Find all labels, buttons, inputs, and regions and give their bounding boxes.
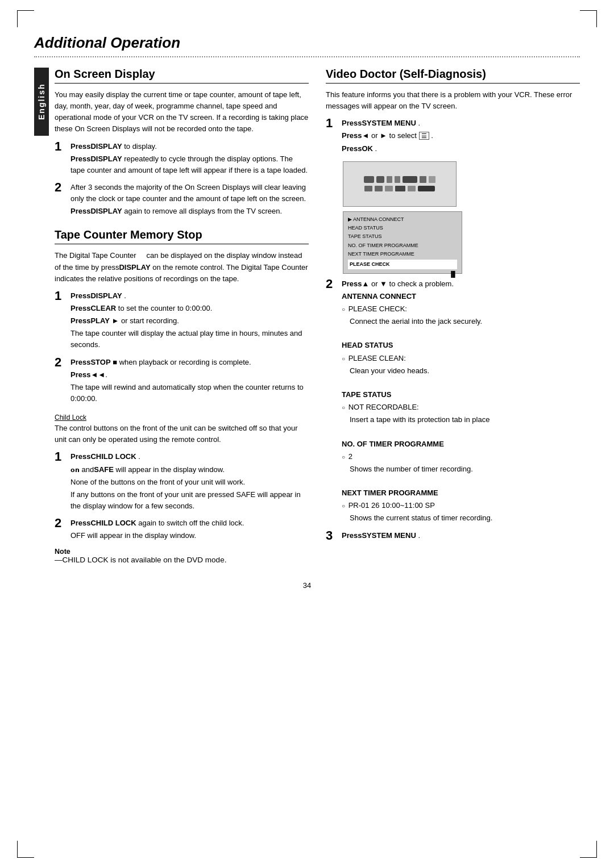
corner-mark-bl-v: [17, 841, 18, 858]
screen-line-4: NO. OF TIMER PROGRAMME: [348, 241, 457, 250]
note-text: —CHILD LOCK is not available on the DVD …: [55, 556, 226, 564]
tape-counter-section: Tape Counter Memory Stop The Digital Tap…: [55, 228, 309, 406]
vd-step-number-2: 2: [326, 277, 338, 291]
on-screen-step-1: 1 PressDISPLAY to display. PressDISPLAY …: [55, 141, 309, 177]
vcr-icon-row-bottom: [364, 186, 435, 191]
step-1-content: PressDISPLAY to display. PressDISPLAY re…: [70, 141, 309, 177]
circle-o-5: ○: [342, 503, 345, 509]
vcr-icon-b1: [364, 186, 372, 191]
circle-o-3: ○: [342, 404, 345, 411]
tape-counter-intro: The Digital Tape Counter can be displaye…: [55, 250, 309, 284]
video-doctor-step-3: 3 PressSYSTEM MENU .: [326, 530, 580, 542]
vcr-icon-2: [376, 176, 384, 183]
vd-step-1-content: PressSYSTEM MENU . Press◄ or ► to select…: [342, 118, 580, 155]
vcr-screen-diagram: ▶ ANTENNA CONNECT HEAD STATUS TAPE STATU…: [343, 211, 462, 274]
corner-mark-tl-h: [17, 10, 34, 11]
right-column: Video Doctor (Self-Diagnosis) This featu…: [326, 68, 580, 564]
page-number: 34: [34, 581, 580, 590]
vcr-top-diagram: [343, 161, 457, 207]
tape-step-number-1: 1: [55, 289, 67, 303]
corner-mark-br-v: [596, 841, 597, 858]
vcr-icon-6: [429, 176, 435, 183]
child-lock-note: Note —CHILD LOCK is not available on the…: [55, 547, 309, 564]
step-number-1: 1: [55, 140, 67, 153]
sidebar-language-label: English: [34, 68, 49, 136]
child-lock-intro: The control buttons on the front of the …: [55, 423, 309, 445]
video-doctor-section: Video Doctor (Self-Diagnosis) This featu…: [326, 68, 580, 542]
circle-o-1: ○: [342, 306, 345, 312]
vd-step-3-content: PressSYSTEM MENU .: [342, 530, 580, 542]
child-lock-step-2-content: PressCHILD LOCK again to switch off the …: [70, 518, 309, 542]
tape-counter-title: Tape Counter Memory Stop: [55, 228, 309, 244]
on-screen-display-intro: You may easily display the current time …: [55, 89, 309, 135]
circle-o-2: ○: [342, 356, 345, 362]
vcr-icon-3: [387, 176, 392, 183]
vcr-icon-row-top: [364, 176, 435, 183]
screen-line-3: TAPE STATUS: [348, 232, 457, 241]
corner-mark-tr-h: [580, 10, 597, 11]
vcr-icon-4: [395, 176, 400, 183]
key-display: Press: [70, 142, 90, 151]
vcr-icon-b3: [385, 186, 393, 191]
child-lock-label: Child Lock: [55, 414, 309, 422]
child-lock-step-number-1: 1: [55, 450, 67, 464]
child-lock-step-2: 2 PressCHILD LOCK again to switch off th…: [55, 518, 309, 542]
vcr-icon-b4: [395, 186, 405, 191]
dotted-separator: [34, 56, 580, 57]
on-screen-display-section: On Screen Display You may easily display…: [55, 68, 309, 218]
vcr-icon-5: [420, 176, 426, 183]
left-column: On Screen Display You may easily display…: [55, 68, 309, 564]
screen-line-2: HEAD STATUS: [348, 224, 457, 232]
video-doctor-step-2: 2 Press▲ or ▼ to check a problem. ANTENN…: [326, 278, 580, 525]
vd-step-2-content: Press▲ or ▼ to check a problem. ANTENNA …: [342, 278, 580, 525]
vcr-icon-b5: [408, 186, 416, 191]
tape-step-1-content: PressDISPLAY . PressCLEAR to set the cou…: [70, 290, 309, 352]
tape-step-2-content: PressSTOP ■ when playback or recording i…: [70, 357, 309, 406]
page: Additional Operation English On Screen D…: [0, 0, 614, 868]
corner-mark-tr-v: [596, 10, 597, 27]
screen-highlight: PLEASE CHECK: [348, 260, 457, 269]
video-doctor-step-1: 1 PressSYSTEM MENU . Press◄ or ► to sele…: [326, 118, 580, 155]
vd-step-number-3: 3: [326, 529, 338, 542]
child-lock-section: Child Lock The control buttons on the fr…: [55, 414, 309, 564]
on-screen-display-title: On Screen Display: [55, 68, 309, 84]
step-2-content: After 3 seconds the majority of the On S…: [70, 182, 309, 218]
vcr-icon-tape: [403, 176, 417, 183]
vcr-icon-b2: [375, 186, 383, 191]
page-title: Additional Operation: [34, 34, 580, 52]
on-screen-step-2: 2 After 3 seconds the majority of the On…: [55, 182, 309, 218]
screen-line-5: NEXT TIMER PROGRAMME: [348, 250, 457, 258]
tape-step-1: 1 PressDISPLAY . PressCLEAR to set the c…: [55, 290, 309, 352]
corner-mark-tl-v: [17, 10, 18, 27]
corner-mark-br-h: [580, 857, 597, 858]
vd-step-number-1: 1: [326, 116, 338, 130]
vcr-icons-container: [346, 176, 454, 191]
child-lock-step-1-content: PressCHILD LOCK . 𝗼𝗻 andSAFE will appear…: [70, 451, 309, 513]
vcr-icon-1: [364, 176, 374, 183]
tape-step-number-2: 2: [55, 356, 67, 369]
child-lock-step-number-2: 2: [55, 516, 67, 530]
note-label: Note: [55, 548, 70, 556]
step-number-2: 2: [55, 181, 67, 194]
vcr-icon-display: [418, 186, 435, 191]
child-lock-step-1: 1 PressCHILD LOCK . 𝗼𝗻 andSAFE will appe…: [55, 451, 309, 513]
video-doctor-intro: This feature informs you that there is a…: [326, 89, 580, 112]
circle-o-4: ○: [342, 454, 345, 460]
main-layout: English On Screen Display You may easily…: [34, 68, 580, 564]
video-doctor-title: Video Doctor (Self-Diagnosis): [326, 68, 580, 84]
menu-icon: ☰: [419, 132, 429, 140]
content-area: On Screen Display You may easily display…: [55, 68, 580, 564]
screen-line-1: ▶ ANTENNA CONNECT: [348, 215, 457, 224]
tape-step-2: 2 PressSTOP ■ when playback or recording…: [55, 357, 309, 406]
corner-mark-bl-h: [17, 857, 34, 858]
